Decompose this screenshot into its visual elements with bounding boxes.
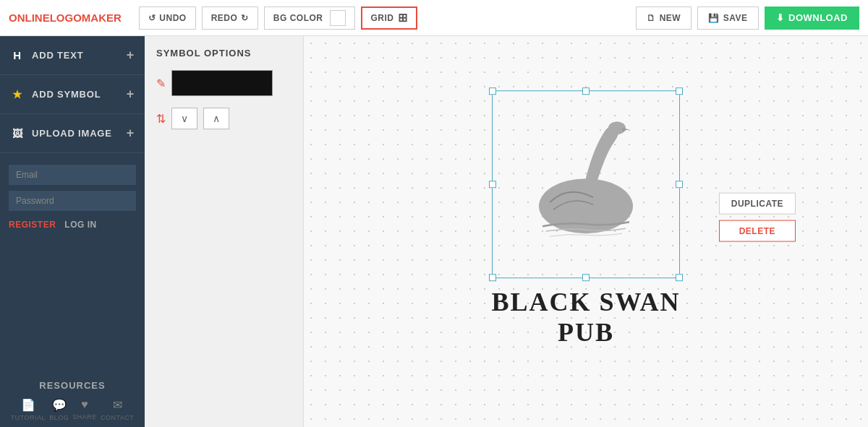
options-panel: SYMBOL OPTIONS ✎ ⇅ ∨ ∧ bbox=[145, 36, 304, 427]
file-icon: 🗋 bbox=[647, 13, 656, 23]
save-icon: 💾 bbox=[708, 13, 720, 23]
grid-icon: ⊞ bbox=[398, 11, 408, 25]
register-link[interactable]: REGISTER bbox=[9, 220, 56, 230]
share-icon: ♥ bbox=[81, 398, 88, 411]
layer-up-button[interactable]: ∧ bbox=[203, 108, 229, 129]
blog-icon: 💬 bbox=[52, 398, 67, 412]
swan-container bbox=[493, 91, 679, 277]
grid-button[interactable]: GRID ⊞ bbox=[361, 7, 418, 30]
sidebar-auth: REGISTER LOG IN bbox=[0, 153, 145, 241]
selection-box[interactable] bbox=[492, 90, 680, 278]
main-area: H ADD TEXT + ★ ADD SYMBOL + 🖼 UPLOAD IMA… bbox=[0, 36, 868, 427]
bg-color-swatch bbox=[330, 10, 346, 26]
redo-icon: ↻ bbox=[241, 13, 249, 23]
share-link[interactable]: ♥ SHARE bbox=[72, 398, 97, 421]
resources-icons: 📄 TUTORIAL 💬 BLOG ♥ SHARE ✉ CONTACT bbox=[9, 398, 136, 421]
download-icon: ⬇ bbox=[776, 12, 785, 23]
save-button[interactable]: 💾 SAVE bbox=[697, 7, 758, 30]
sidebar-resources: RESOURCES 📄 TUTORIAL 💬 BLOG ♥ SHARE ✉ CO… bbox=[0, 368, 145, 427]
swan-svg bbox=[510, 112, 662, 256]
symbol-color-swatch[interactable] bbox=[171, 70, 273, 96]
image-icon: 🖼 bbox=[10, 126, 25, 141]
layers-icon[interactable]: ⇅ bbox=[156, 112, 166, 126]
duplicate-button[interactable]: DUPLICATE bbox=[719, 192, 796, 214]
float-buttons: DUPLICATE DELETE bbox=[719, 192, 796, 241]
auth-links: REGISTER LOG IN bbox=[9, 220, 136, 230]
star-icon: ★ bbox=[10, 87, 25, 102]
new-button[interactable]: 🗋 NEW bbox=[636, 7, 692, 30]
sidebar-item-add-text[interactable]: H ADD TEXT + bbox=[0, 36, 145, 75]
delete-button[interactable]: DELETE bbox=[719, 220, 796, 241]
text-icon: H bbox=[10, 48, 25, 63]
canvas-area[interactable]: BLACK SWAN PUB DUPLICATE DELETE bbox=[304, 36, 868, 427]
logo-text: BLACK SWAN PUB bbox=[474, 287, 698, 348]
bg-color-button[interactable]: BG COLOR bbox=[264, 7, 355, 30]
undo-icon: ↺ bbox=[148, 13, 156, 23]
svg-point-1 bbox=[608, 121, 626, 134]
color-swatch-row: ✎ bbox=[156, 70, 292, 96]
pencil-icon[interactable]: ✎ bbox=[156, 77, 166, 90]
sidebar-item-upload-image[interactable]: 🖼 UPLOAD IMAGE + bbox=[0, 114, 145, 153]
blog-link[interactable]: 💬 BLOG bbox=[49, 398, 69, 421]
password-field[interactable] bbox=[9, 191, 136, 211]
layer-row: ⇅ ∨ ∧ bbox=[156, 108, 292, 129]
email-field[interactable] bbox=[9, 165, 136, 185]
tutorial-link[interactable]: 📄 TUTORIAL bbox=[11, 398, 46, 421]
upload-image-plus-icon: + bbox=[127, 126, 135, 141]
tutorial-icon: 📄 bbox=[21, 398, 35, 412]
sidebar: H ADD TEXT + ★ ADD SYMBOL + 🖼 UPLOAD IMA… bbox=[0, 36, 145, 427]
options-title: SYMBOL OPTIONS bbox=[156, 48, 292, 59]
download-button[interactable]: ⬇ DOWNLOAD bbox=[765, 7, 860, 30]
resources-title: RESOURCES bbox=[9, 380, 136, 391]
contact-link[interactable]: ✉ CONTACT bbox=[101, 398, 134, 421]
layer-down-button[interactable]: ∨ bbox=[171, 108, 197, 129]
logo-canvas: BLACK SWAN PUB bbox=[474, 90, 698, 348]
top-bar: ONLINELOGOMAKER ↺ UNDO REDO ↻ BG COLOR G… bbox=[0, 0, 868, 36]
redo-button[interactable]: REDO ↻ bbox=[202, 7, 258, 30]
undo-button[interactable]: ↺ UNDO bbox=[139, 7, 196, 30]
brand-logo: ONLINELOGOMAKER bbox=[9, 12, 122, 24]
sidebar-item-add-symbol[interactable]: ★ ADD SYMBOL + bbox=[0, 75, 145, 114]
add-text-plus-icon: + bbox=[127, 48, 135, 63]
login-link[interactable]: LOG IN bbox=[64, 220, 96, 230]
contact-icon: ✉ bbox=[113, 398, 122, 412]
add-symbol-plus-icon: + bbox=[127, 87, 135, 102]
